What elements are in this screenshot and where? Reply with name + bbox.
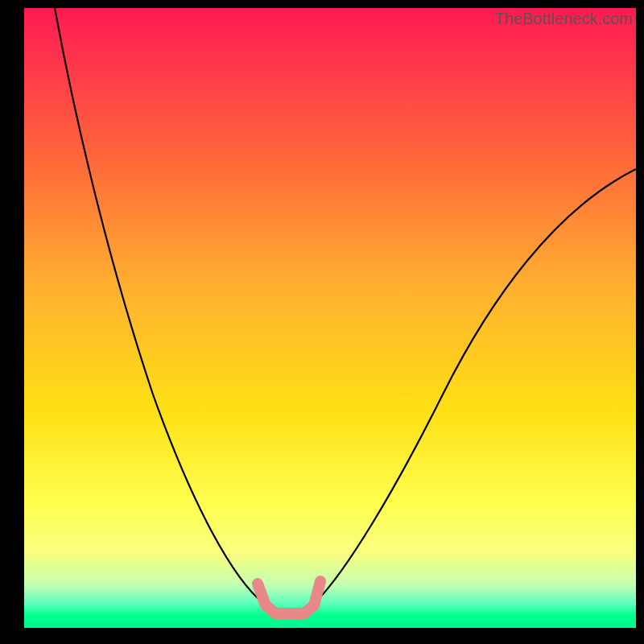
curve-left [55, 8, 264, 604]
curve-right [316, 169, 636, 602]
plot-area [24, 8, 636, 628]
curve-layer [24, 8, 636, 628]
chart-container: TheBottleneck.com [0, 0, 644, 644]
watermark-label: TheBottleneck.com [495, 10, 633, 28]
trough-marker [258, 581, 320, 613]
